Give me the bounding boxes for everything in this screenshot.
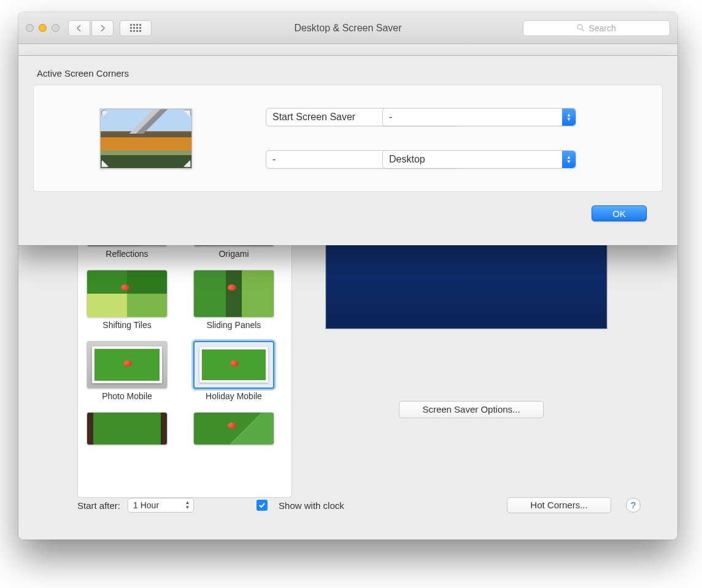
back-button[interactable] [68, 20, 90, 36]
traffic-lights [26, 24, 60, 32]
screensaver-label: Origami [188, 249, 280, 259]
screensaver-item[interactable]: Sliding Panels [188, 270, 280, 337]
screensaver-thumbnail [87, 270, 168, 318]
screensaver-thumbnail [193, 341, 274, 389]
svg-rect-5 [133, 27, 135, 29]
show-all-button[interactable] [120, 20, 152, 36]
screensaver-label: Reflections [81, 249, 173, 259]
screensaver-thumbnail [193, 270, 274, 318]
screensaver-item-selected[interactable]: Holiday Mobile [188, 341, 280, 408]
svg-rect-2 [136, 24, 138, 26]
hot-corners-sheet: Active Screen Corners Start Screen Saver… [18, 55, 677, 245]
corner-value: Desktop [389, 154, 425, 164]
screensaver-label: Holiday Mobile [188, 391, 280, 401]
minimize-icon[interactable] [39, 24, 47, 32]
hot-corners-button[interactable]: Hot Corners... [507, 497, 611, 513]
svg-rect-11 [139, 30, 141, 32]
corner-value: - [389, 112, 392, 122]
start-after-label: Start after: [77, 500, 120, 511]
screensaver-item[interactable]: Photo Mobile [81, 341, 173, 408]
screen-saver-options-button[interactable]: Screen Saver Options... [399, 401, 544, 418]
search-icon [577, 24, 585, 32]
show-with-clock-label: Show with clock [279, 500, 344, 511]
chevron-up-down-icon: ▲▼ [562, 151, 576, 168]
svg-rect-9 [133, 30, 135, 32]
start-after-select[interactable]: 1 Hour ▲▼ [128, 498, 194, 513]
screensaver-item[interactable] [81, 412, 173, 448]
search-placeholder: Search [588, 23, 615, 33]
screensaver-grid: Reflections Origami Shifting Tiles Slidi… [81, 228, 290, 448]
screensaver-label: Photo Mobile [81, 391, 173, 401]
corner-select-bottom-right[interactable]: Desktop▲▼ [382, 150, 576, 169]
svg-line-13 [582, 29, 585, 31]
svg-rect-4 [130, 27, 132, 29]
screensaver-thumbnail [193, 412, 274, 445]
screensaver-thumbnail [87, 412, 168, 445]
svg-rect-8 [130, 30, 132, 32]
svg-rect-1 [133, 24, 135, 26]
screensaver-item[interactable]: Shifting Tiles [81, 270, 173, 337]
titlebar: Desktop & Screen Saver Search [18, 12, 677, 44]
search-input[interactable]: Search [523, 20, 670, 36]
hot-corners-panel: Start Screen Saver▲▼ -▲▼ -▲▼ Desktop▲▼ [33, 85, 663, 192]
sheet-title: Active Screen Corners [37, 68, 663, 78]
zoom-icon[interactable] [52, 24, 60, 32]
corner-value: Start Screen Saver [272, 112, 355, 122]
footer-bar: Start after: 1 Hour ▲▼ Show with clock H… [77, 495, 641, 515]
screensaver-thumbnail [87, 341, 168, 389]
svg-point-12 [577, 25, 582, 29]
stepper-icon: ▲▼ [183, 500, 192, 511]
svg-rect-10 [136, 30, 138, 32]
display-preview [100, 109, 192, 169]
chevron-up-down-icon: ▲▼ [562, 109, 576, 126]
ok-button[interactable]: OK [592, 205, 647, 221]
svg-rect-6 [136, 27, 138, 29]
corner-select-top-right[interactable]: -▲▼ [382, 108, 576, 126]
screensaver-item[interactable] [188, 412, 280, 448]
nav-buttons [68, 20, 114, 36]
forward-button[interactable] [91, 20, 114, 36]
svg-rect-3 [139, 24, 141, 26]
close-icon[interactable] [26, 24, 34, 32]
corner-value: - [272, 154, 276, 164]
start-after-value: 1 Hour [133, 500, 159, 510]
help-button[interactable]: ? [626, 498, 641, 513]
svg-rect-7 [139, 27, 141, 29]
svg-rect-0 [130, 24, 132, 26]
preferences-window: Desktop & Screen Saver Search Reflection… [18, 12, 677, 540]
screensaver-label: Sliding Panels [188, 320, 280, 330]
checkmark-icon [258, 502, 266, 509]
show-with-clock-checkbox[interactable] [256, 500, 268, 511]
screensaver-label: Shifting Tiles [81, 320, 173, 330]
